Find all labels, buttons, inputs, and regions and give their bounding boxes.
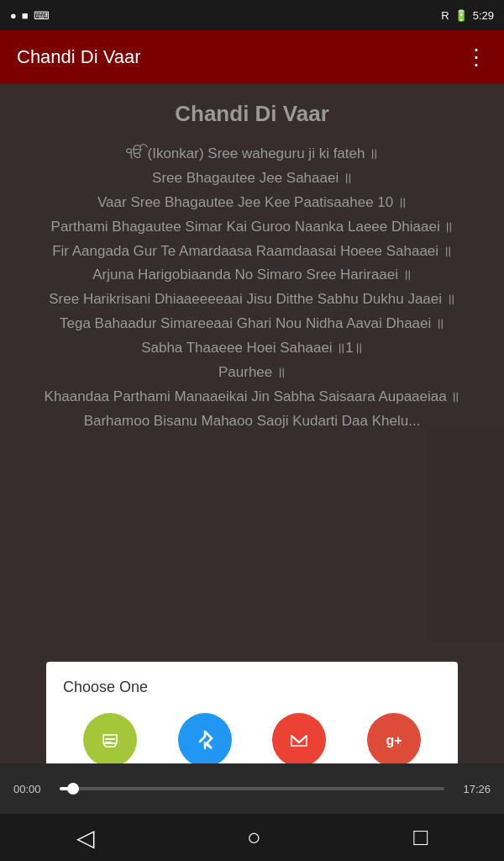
share-item-gmail[interactable]: Gmail <box>252 713 347 763</box>
svg-text:g+: g+ <box>386 733 402 747</box>
svg-point-3 <box>190 725 220 755</box>
googleplus-icon: g+ <box>367 713 421 763</box>
svg-point-4 <box>284 725 314 755</box>
recent-apps-button[interactable]: □ <box>413 824 428 851</box>
app-bar: Chandi Di Vaar ⋮ <box>0 30 504 84</box>
home-button[interactable]: ○ <box>247 824 261 851</box>
notification-icon: ● <box>10 9 17 22</box>
nav-bar: ◁ ○ □ <box>0 814 504 861</box>
share-item-googleplus[interactable]: g+ Google+ <box>347 713 442 763</box>
bluetooth-icon <box>178 713 232 763</box>
progress-track[interactable] <box>60 787 444 790</box>
app-icon: ■ <box>22 9 29 22</box>
progress-thumb[interactable] <box>67 783 79 795</box>
page-title: Chandi Di Vaar <box>17 46 141 68</box>
content-area: Chandi Di Vaar ੴ (Ikonkar) Sree waheguru… <box>0 84 504 763</box>
share-apps-row1: Messaging Bluetooth <box>63 713 441 763</box>
svg-rect-1 <box>105 738 115 740</box>
gmail-icon <box>272 713 326 763</box>
status-info-right: R 🔋 5:29 <box>441 9 494 22</box>
share-overlay: Choose One Messaging <box>0 84 504 763</box>
share-item-messaging[interactable]: Messaging <box>63 713 158 763</box>
back-button[interactable]: ◁ <box>76 824 95 852</box>
current-time: 00:00 <box>13 783 51 795</box>
share-dialog: Choose One Messaging <box>46 662 458 763</box>
status-bar: ● ■ ⌨ R 🔋 5:29 <box>0 0 504 30</box>
time-label: 5:29 <box>473 9 494 22</box>
status-icons-left: ● ■ ⌨ <box>10 9 50 22</box>
total-time: 17:26 <box>453 783 491 795</box>
share-dialog-title: Choose One <box>63 679 441 696</box>
menu-button[interactable]: ⋮ <box>465 45 487 71</box>
battery-icon: 🔋 <box>454 9 468 22</box>
share-item-bluetooth[interactable]: Bluetooth <box>158 713 253 763</box>
progress-area: 00:00 17:26 <box>0 763 504 814</box>
keyboard-icon: ⌨ <box>34 9 50 22</box>
messaging-icon <box>83 713 137 763</box>
signal-icon: R <box>441 9 449 22</box>
svg-rect-2 <box>105 742 112 743</box>
